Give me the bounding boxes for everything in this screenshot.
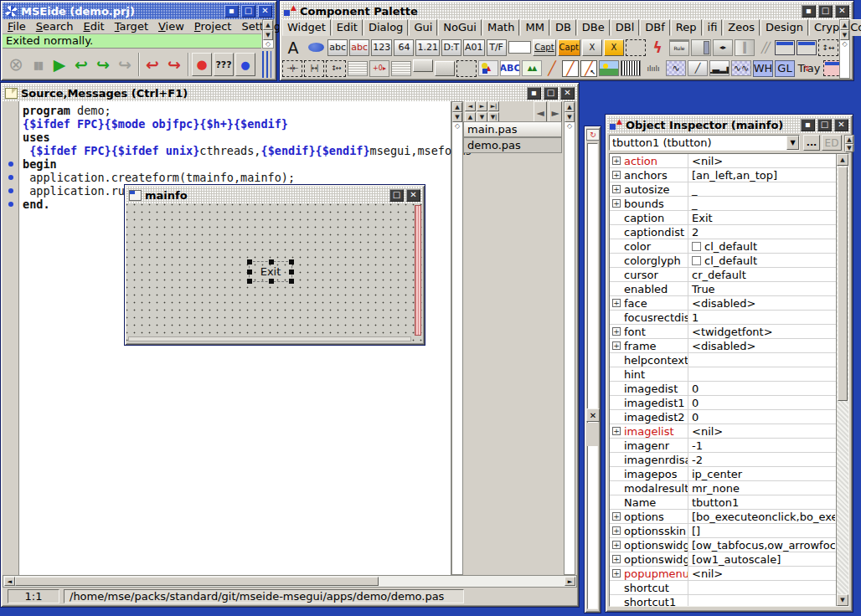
ttabwidget-icon[interactable] xyxy=(413,59,433,72)
form-vertical-scrollbar[interactable] xyxy=(415,205,421,336)
tlevelmeter-icon[interactable]: ılıılı xyxy=(642,60,664,77)
menu-item-file[interactable]: File xyxy=(8,20,26,33)
tab-dialog[interactable]: Dialog xyxy=(363,19,408,36)
file-tab-main.pas[interactable]: main.pas xyxy=(463,121,562,137)
tab-zeos[interactable]: Zeos xyxy=(723,19,760,36)
record-icon[interactable]: ● xyxy=(192,53,212,76)
property-value[interactable]: Exit xyxy=(688,211,835,224)
ed-button[interactable]: ED xyxy=(822,135,842,151)
expand-icon[interactable]: + xyxy=(612,299,621,307)
property-row[interactable]: shortcut xyxy=(610,581,848,595)
close-icon[interactable]: ✕ xyxy=(560,87,575,100)
property-value[interactable]: 2 xyxy=(688,225,835,239)
property-value[interactable]: [ow_tabfocus,ow_arrowfoc xyxy=(688,538,835,552)
toolbar-grip[interactable] xyxy=(262,51,271,78)
step-out-icon[interactable]: ↪ xyxy=(115,53,135,76)
property-value[interactable]: mr_none xyxy=(688,481,835,495)
dock-form-icon[interactable]: ↻ xyxy=(586,129,600,141)
property-row[interactable]: +options[bo_executeonclick,bo_exe xyxy=(610,510,848,524)
tbarcode-icon[interactable] xyxy=(621,60,641,76)
expand-icon[interactable]: + xyxy=(612,427,621,435)
property-row[interactable]: +font<twidgetfont> xyxy=(610,325,848,339)
close-icon[interactable]: ✕ xyxy=(258,5,272,18)
minimize-icon[interactable]: ▪ xyxy=(527,87,541,100)
tab-dbf[interactable]: DBf xyxy=(640,19,670,36)
source-titlebar[interactable]: Source,Messages (Ctrl+F1) ▪ □ ✕ xyxy=(3,85,577,101)
scrollbar-thumb[interactable] xyxy=(15,577,379,586)
tspacer-left-icon[interactable]: →|← xyxy=(282,60,302,77)
tab-nogui[interactable]: NoGui xyxy=(438,19,482,36)
tab-mm[interactable]: MM xyxy=(520,19,549,36)
menu-item-search[interactable]: Search xyxy=(36,20,74,33)
dock-close-icon[interactable]: ✕ xyxy=(586,408,600,422)
tab-rep[interactable]: Rep xyxy=(671,19,702,36)
tdockpanel-icon[interactable] xyxy=(456,60,477,77)
tstatparam-icon[interactable] xyxy=(391,61,411,76)
maximize-icon[interactable]: □ xyxy=(544,87,558,100)
tpanel-icon[interactable] xyxy=(435,61,455,76)
breakpoint-dot[interactable] xyxy=(8,162,13,167)
twindow2-icon[interactable] xyxy=(797,40,817,55)
selection-handle[interactable] xyxy=(289,270,294,275)
breakpoint-dot[interactable] xyxy=(8,175,13,180)
property-row[interactable]: imagedist20 xyxy=(610,410,848,424)
minimize-icon[interactable]: ▪ xyxy=(224,5,239,18)
property-value[interactable]: -1 xyxy=(688,439,835,452)
form-canvas[interactable]: ↑↓ Exit xyxy=(126,203,423,343)
property-value[interactable] xyxy=(688,353,835,367)
property-value[interactable]: ip_center xyxy=(688,467,835,480)
property-value[interactable]: cl_default xyxy=(688,254,835,267)
tbutton-caption-icon[interactable]: Capt xyxy=(533,39,555,56)
property-value[interactable] xyxy=(688,595,835,607)
scroll-diamond-icon[interactable]: ◇ xyxy=(842,40,847,48)
breakpoint-dot[interactable] xyxy=(8,188,13,193)
tclosebutton-color-icon[interactable]: X xyxy=(604,39,624,56)
component-combo[interactable]: tbutton1 (tbutton) xyxy=(609,135,800,151)
expand-icon[interactable]: + xyxy=(612,341,621,350)
tchart-wave-icon[interactable]: ∿∿ xyxy=(731,60,751,76)
tscrollbox-icon[interactable]: ϟ xyxy=(647,39,668,56)
tab-prev-icon[interactable]: ◄ xyxy=(465,101,476,111)
tab-gui[interactable]: Gui xyxy=(409,19,437,36)
property-row[interactable]: colorcl_default xyxy=(610,239,848,254)
scroll-diamond-icon[interactable]: ◇ xyxy=(455,122,460,130)
menu-scrollbar[interactable]: ▲ ▼ ◇ xyxy=(262,19,274,49)
tab-next-icon[interactable]: ► xyxy=(477,101,487,111)
tgroupbox-icon[interactable] xyxy=(626,39,646,56)
maximize-icon[interactable]: □ xyxy=(389,189,404,202)
property-row[interactable]: +optionswidget[ow_tabfocus,ow_arrowfoc xyxy=(610,538,848,552)
property-row[interactable]: +popupmenu<nil> xyxy=(610,567,848,581)
property-value[interactable]: -2 xyxy=(688,453,835,466)
scroll-down-icon[interactable]: ▼ xyxy=(837,594,848,606)
scroll-down-icon[interactable]: ▼ xyxy=(565,112,575,122)
tlabel-icon[interactable]: A xyxy=(282,39,304,56)
expand-icon[interactable]: + xyxy=(612,157,621,165)
chevron-down-icon[interactable]: ▼ xyxy=(786,136,799,150)
property-value[interactable]: [an_left,an_top] xyxy=(688,168,835,182)
selection-handle[interactable] xyxy=(269,259,274,264)
property-row[interactable]: +autosize_ xyxy=(610,182,848,197)
property-row[interactable]: +face<disabled> xyxy=(610,296,848,311)
scroll-up-icon[interactable]: ▲ xyxy=(837,154,848,166)
property-value[interactable]: _ xyxy=(688,182,835,196)
palette-titlebar[interactable]: Component Palette ▪ □ ✕ xyxy=(281,3,852,19)
tab-db[interactable]: DB xyxy=(550,19,576,36)
tab-math[interactable]: Math xyxy=(482,19,520,36)
maximize-icon[interactable]: □ xyxy=(817,119,832,131)
scroll-up-icon[interactable]: ▲ xyxy=(840,20,849,30)
tpaintbox-icon[interactable]: ╱ xyxy=(544,60,560,77)
tdatetimeedit-icon[interactable]: D:T xyxy=(441,39,461,56)
property-row[interactable]: +optionswidget[ow1_autoscale] xyxy=(610,552,848,567)
property-row[interactable]: +imagelist<nil> xyxy=(610,424,848,439)
menu-item-edit[interactable]: Edit xyxy=(84,20,105,33)
run-icon[interactable]: ▶ xyxy=(49,53,70,76)
property-row[interactable]: +optionsskin[] xyxy=(610,524,848,538)
tchart-curve-icon[interactable]: ╱ xyxy=(688,60,708,76)
tedit-field-icon[interactable] xyxy=(508,41,532,54)
property-row[interactable]: +action<nil> xyxy=(610,154,848,168)
trulegroupbox-icon[interactable]: Rule xyxy=(669,39,689,56)
property-value[interactable] xyxy=(688,581,835,594)
property-value[interactable] xyxy=(688,367,835,381)
scroll-left-icon[interactable]: ◄ xyxy=(4,577,15,586)
property-row[interactable]: captionExit xyxy=(610,211,848,225)
